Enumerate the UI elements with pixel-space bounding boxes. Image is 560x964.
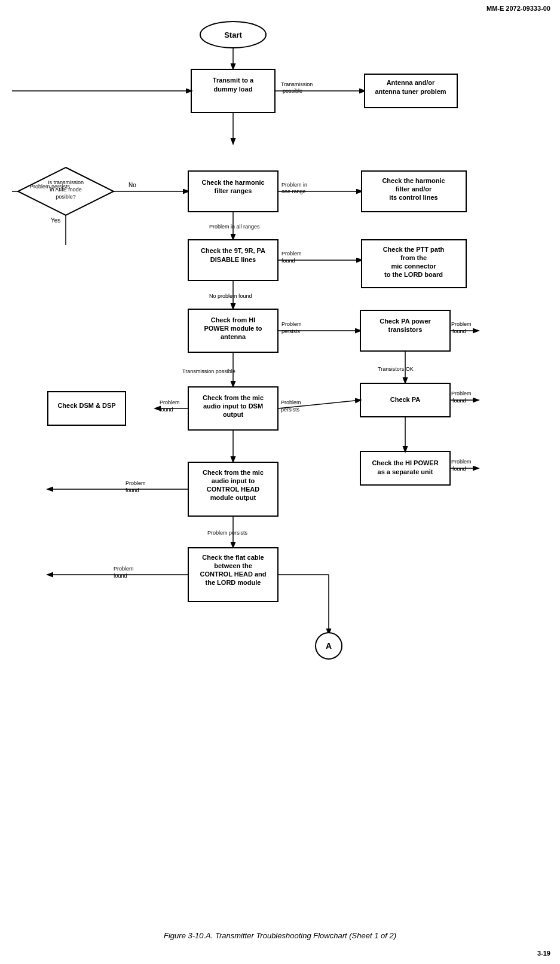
- svg-text:output: output: [223, 411, 244, 418]
- header-reference: MM-E 2072-09333-00: [486, 5, 550, 12]
- svg-text:module output: module output: [210, 494, 256, 501]
- svg-text:Problem: Problem: [451, 321, 472, 327]
- svg-text:Problem: Problem: [451, 459, 472, 465]
- svg-text:No problem found: No problem found: [209, 293, 252, 299]
- svg-text:from the: from the: [400, 254, 427, 261]
- svg-text:Problem persists: Problem persists: [207, 530, 248, 536]
- svg-text:persists: persists: [281, 407, 300, 413]
- page-container: MM-E 2072-09333-00 Start Transmit to a d…: [0, 0, 560, 964]
- svg-text:persists: persists: [281, 328, 301, 334]
- svg-text:Check from HI: Check from HI: [211, 316, 256, 324]
- svg-text:Transmission possible: Transmission possible: [182, 368, 235, 374]
- svg-text:between the: between the: [214, 562, 252, 569]
- page-number: 3-19: [537, 950, 550, 957]
- svg-text:Check the harmonic: Check the harmonic: [382, 177, 445, 184]
- svg-text:Check PA power: Check PA power: [380, 318, 431, 325]
- svg-text:Problem in all ranges: Problem in all ranges: [209, 224, 260, 230]
- svg-text:Transistors OK: Transistors OK: [378, 366, 414, 372]
- svg-text:the LORD module: the LORD module: [206, 579, 261, 586]
- svg-text:filter and/or: filter and/or: [396, 185, 432, 193]
- svg-text:antenna tuner problem: antenna tuner problem: [375, 88, 446, 95]
- svg-text:found: found: [126, 487, 139, 493]
- svg-text:possible: possible: [283, 88, 302, 94]
- svg-text:Transmit to a: Transmit to a: [213, 77, 254, 84]
- svg-text:to the LORD board: to the LORD board: [384, 271, 443, 278]
- svg-text:Check the 9T, 9R, PA: Check the 9T, 9R, PA: [201, 247, 265, 254]
- svg-text:Start: Start: [224, 30, 242, 39]
- svg-text:Check the HI POWER: Check the HI POWER: [372, 459, 438, 466]
- svg-text:CONTROL HEAD and: CONTROL HEAD and: [200, 571, 266, 578]
- svg-text:found: found: [281, 258, 295, 264]
- svg-text:Check from the mic: Check from the mic: [203, 394, 264, 401]
- svg-text:found: found: [452, 328, 466, 334]
- svg-text:Problem: Problem: [281, 251, 302, 257]
- svg-text:found: found: [160, 407, 173, 413]
- svg-text:CONTROL HEAD: CONTROL HEAD: [207, 486, 259, 493]
- svg-text:antenna: antenna: [221, 333, 246, 340]
- svg-text:Check the PTT path: Check the PTT path: [383, 246, 445, 253]
- svg-text:POWER module to: POWER module to: [204, 325, 262, 332]
- svg-text:DISABLE lines: DISABLE lines: [210, 256, 256, 263]
- figure-caption: Figure 3-10.A. Transmitter Troubleshooti…: [164, 931, 396, 940]
- svg-text:Problem: Problem: [160, 399, 180, 405]
- svg-text:Check from the mic: Check from the mic: [203, 469, 264, 476]
- svg-text:audio input to: audio input to: [212, 477, 255, 484]
- svg-text:transistors: transistors: [388, 326, 423, 333]
- svg-text:Check the flat cable: Check the flat cable: [202, 554, 264, 561]
- svg-text:Antenna and/or: Antenna and/or: [387, 79, 435, 86]
- svg-text:Problem: Problem: [114, 566, 134, 572]
- svg-text:found: found: [114, 573, 127, 579]
- svg-text:mic connector: mic connector: [391, 263, 436, 270]
- svg-text:found: found: [452, 466, 466, 472]
- svg-text:Transmission: Transmission: [281, 81, 313, 87]
- svg-text:posible?: posible?: [56, 194, 76, 200]
- svg-text:A: A: [326, 641, 332, 651]
- svg-text:audio input to DSM: audio input to DSM: [203, 402, 263, 410]
- svg-text:found: found: [452, 398, 466, 404]
- svg-text:Problem: Problem: [451, 391, 472, 396]
- svg-text:Problem: Problem: [126, 480, 146, 486]
- svg-text:dummy load: dummy load: [214, 86, 253, 93]
- svg-text:Check PA: Check PA: [390, 396, 421, 403]
- svg-text:one range: one range: [281, 188, 306, 194]
- svg-text:Problem: Problem: [281, 399, 301, 405]
- svg-text:its control lines: its control lines: [389, 194, 437, 201]
- svg-text:No: No: [128, 182, 136, 188]
- svg-text:filter ranges: filter ranges: [215, 187, 252, 194]
- svg-text:Problem persists: Problem persists: [30, 184, 71, 190]
- svg-text:Check DSM & DSP: Check DSM & DSP: [57, 402, 115, 409]
- flowchart: Start Transmit to a dummy load Transmiss…: [12, 12, 550, 730]
- svg-text:Problem: Problem: [281, 321, 302, 327]
- svg-text:Check the harmonic: Check the harmonic: [201, 179, 264, 186]
- svg-text:Yes: Yes: [51, 217, 60, 224]
- svg-text:as a separate unit: as a separate unit: [378, 468, 433, 475]
- svg-text:Problem in: Problem in: [281, 182, 307, 188]
